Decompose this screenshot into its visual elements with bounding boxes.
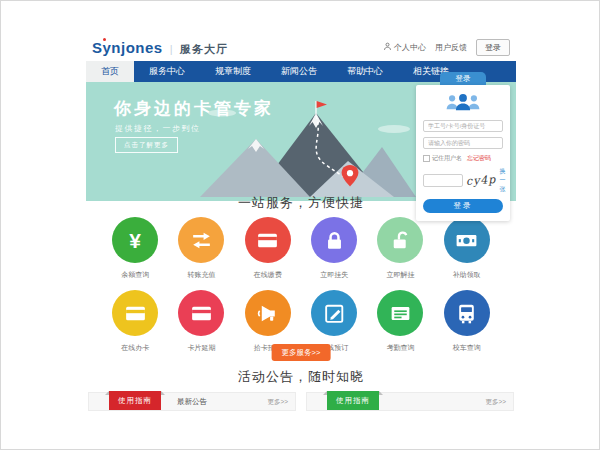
service-label: 立即解挂 [386,270,414,280]
more-link-left[interactable]: 更多>> [267,393,288,410]
user-icon [383,42,392,53]
service-item[interactable]: 卡片延期 [168,290,234,353]
usage-guide-ribbon-green[interactable]: 使用指南 [327,391,379,410]
service-item[interactable]: 补助领取 [434,217,500,280]
unlock-icon [377,217,423,263]
login-panel: 登录 记住用户名 忘记密码 cy4 [416,72,510,221]
captcha-input[interactable] [423,174,463,187]
logo-divider: | [170,43,173,55]
logo[interactable]: Synjones | 服务大厅 [92,39,228,57]
nav-item-help-center[interactable]: 帮助中心 [332,61,398,82]
login-tab[interactable]: 登录 [440,72,486,85]
yen-icon: ¥ [112,217,158,263]
feedback-link[interactable]: 用户反馈 [435,42,467,53]
service-item[interactable]: 考勤查询 [367,290,433,353]
site-title: 服务大厅 [180,42,228,57]
password-input[interactable] [423,137,503,149]
service-label: 校车查询 [453,343,481,353]
service-label: 卡片延期 [187,343,215,353]
usage-guide-ribbon[interactable]: 使用指南 [109,391,161,410]
banknote-icon [444,217,490,263]
feedback-label: 用户反馈 [435,42,467,53]
site-header: Synjones | 服务大厅 个人中心 用户反馈 登录 [86,34,516,61]
attendance-icon [377,290,423,336]
browser-page: Synjones | 服务大厅 个人中心 用户反馈 登录 首页 服务中心 规章制… [0,0,600,450]
service-item[interactable]: 校车查询 [434,290,500,353]
logo-y: y [103,39,112,56]
service-label: 立即挂失 [320,270,348,280]
remember-label: 记住用户名 [432,154,462,163]
hero-cta-button[interactable]: 点击了解更多 [115,137,178,153]
more-services-button[interactable]: 更多服务>> [272,344,331,361]
card-icon [245,217,291,263]
transfer-icon [178,217,224,263]
announcement-panel-right: 使用指南 更多>> [306,392,514,411]
services-grid: ¥余额查询转账充值在线缴费立即挂失立即解挂补助领取在线办卡卡片延期拾卡招领在线预… [102,217,500,353]
nav-item-regulations[interactable]: 规章制度 [200,61,266,82]
announcements-section-title: 活动公告，随时知晓 [86,368,516,386]
bus-icon [444,290,490,336]
username-input[interactable] [423,120,503,132]
service-item[interactable]: 立即挂失 [301,217,367,280]
logo-text-2: njones [111,39,162,56]
card-icon [178,290,224,336]
edit-icon [311,290,357,336]
lock-icon [311,217,357,263]
service-label: 补助领取 [453,270,481,280]
service-item[interactable]: 在线缴费 [235,217,301,280]
captcha-refresh-link[interactable]: 换一张 [499,167,505,194]
mountains-illustration [198,99,416,201]
megaphone-icon [245,290,291,336]
nav-item-service-center[interactable]: 服务中心 [134,61,200,82]
users-icon [423,92,503,116]
announcement-panel-left: 使用指南 最新公告 更多>> [88,392,296,411]
remember-checkbox[interactable] [423,155,430,162]
service-item[interactable]: 转账充值 [168,217,234,280]
service-label: 在线缴费 [254,270,282,280]
service-item[interactable]: 立即解挂 [367,217,433,280]
service-item[interactable]: 在线办卡 [102,290,168,353]
card-icon [112,290,158,336]
nav-item-news[interactable]: 新闻公告 [266,61,332,82]
login-submit-button[interactable]: 登录 [423,199,503,213]
forgot-password-link[interactable]: 忘记密码 [467,154,491,163]
hero-subtitle: 提供捷径，一步到位 [115,123,201,134]
header-actions: 个人中心 用户反馈 登录 [383,39,510,56]
personal-center-label: 个人中心 [394,42,426,53]
service-label: 考勤查询 [386,343,414,353]
service-label: 余额查询 [121,270,149,280]
personal-center-link[interactable]: 个人中心 [383,42,426,53]
service-label: 在线办卡 [121,343,149,353]
announcement-panels: 使用指南 最新公告 更多>> 使用指南 更多>> [88,392,514,411]
header-login-button[interactable]: 登录 [476,39,510,56]
logo-text-1: S [92,39,103,56]
service-label: 转账充值 [187,270,215,280]
service-item[interactable]: ¥余额查询 [102,217,168,280]
nav-item-home[interactable]: 首页 [86,61,134,82]
latest-news-tab[interactable]: 最新公告 [177,393,207,410]
more-link-right[interactable]: 更多>> [485,393,506,410]
captcha-image[interactable]: cy4p [466,173,497,188]
